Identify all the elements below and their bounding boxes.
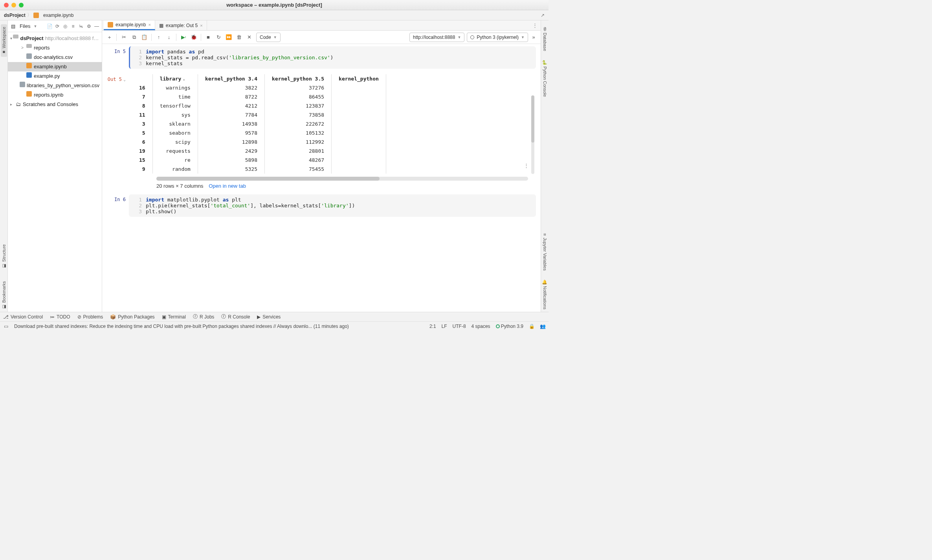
- table-row[interactable]: 8tensorflow4212123837: [132, 101, 386, 110]
- project-scope-dropdown-icon[interactable]: ▼: [33, 24, 37, 28]
- project-tree[interactable]: ▾ dsProject http://localhost:8888 from /…: [8, 32, 102, 312]
- ipynb-icon: [26, 63, 32, 68]
- refresh-icon[interactable]: ⟳: [55, 24, 60, 29]
- table-horizontal-scrollbar[interactable]: [156, 177, 528, 181]
- status-indent[interactable]: 4 spaces: [472, 324, 490, 329]
- python-console-tab[interactable]: 🐍Python Console: [541, 57, 548, 99]
- status-lock-icon[interactable]: 🔒: [529, 324, 534, 329]
- cell-type-select[interactable]: Code▼: [256, 33, 281, 42]
- table-row[interactable]: 16warnings382237276: [132, 83, 386, 92]
- debug-cell-icon[interactable]: 🐞: [189, 33, 198, 42]
- database-tab[interactable]: 🛢Database: [542, 24, 548, 53]
- tree-item-libraries_by_python_version-csv[interactable]: libraries_by_python_version.csv: [8, 81, 102, 90]
- column-header[interactable]: kernel_python 3.4: [198, 74, 264, 83]
- tree-item-example-py[interactable]: example.py: [8, 71, 102, 81]
- column-header[interactable]: kernel_python: [332, 74, 386, 83]
- table-row[interactable]: 19requests242928801: [132, 146, 386, 156]
- toolwindow-services[interactable]: ▶Services: [257, 313, 281, 320]
- column-header[interactable]: kernel_python 3.5: [265, 74, 332, 83]
- scratches-node[interactable]: ▸ 🗂 Scratches and Consoles: [8, 100, 102, 109]
- code-editor[interactable]: 1import pandas as pd2kernel_stats = pd.r…: [129, 46, 536, 69]
- project-scope-icon[interactable]: ▤: [10, 24, 16, 29]
- structure-tab[interactable]: ◧Structure: [0, 242, 7, 271]
- toolwindow-r-console[interactable]: ⓡR Console: [221, 313, 250, 320]
- collapse-output-icon[interactable]: ⌄: [123, 77, 126, 82]
- breadcrumb-file[interactable]: example.ipynb: [33, 13, 74, 18]
- close-window-icon[interactable]: [4, 3, 9, 7]
- table-row[interactable]: 6scipy12898112992: [132, 137, 386, 146]
- editor-tab-example-ipynb[interactable]: example.ipynb×: [104, 20, 155, 30]
- close-tab-icon[interactable]: ×: [148, 22, 150, 27]
- table-row[interactable]: 15re589848267: [132, 156, 386, 165]
- clear-outputs-icon[interactable]: ✕: [244, 33, 254, 42]
- copy-icon[interactable]: ⧉: [129, 33, 139, 42]
- notifications-tab[interactable]: 🔔Notifications: [541, 277, 548, 312]
- collapse-all-icon[interactable]: ≒: [78, 24, 84, 29]
- add-cell-icon[interactable]: ＋: [105, 33, 114, 42]
- table-row[interactable]: 5seaborn9578105132: [132, 128, 386, 137]
- cut-icon[interactable]: ✂: [119, 33, 128, 42]
- toolwindow-version-control[interactable]: ⎇Version Control: [3, 313, 43, 320]
- table-row[interactable]: 11sys778473858: [132, 110, 386, 119]
- cell-in-6[interactable]: In 6 1import matplotlib.pyplot as plt2pl…: [107, 194, 536, 217]
- run-cell-icon[interactable]: ▶I: [179, 33, 188, 42]
- editor-tabs-menu-icon[interactable]: ⋮: [529, 20, 541, 30]
- target-icon[interactable]: ◎: [62, 24, 68, 29]
- hide-pane-icon[interactable]: —: [94, 24, 99, 29]
- cell-in-5[interactable]: In 5 1import pandas as pd2kernel_stats =…: [107, 46, 536, 69]
- breadcrumb-separator-icon: 〉: [27, 12, 32, 18]
- run-all-icon[interactable]: ⏩: [224, 33, 233, 42]
- toolwindow-r-jobs[interactable]: ⓡR Jobs: [193, 313, 214, 320]
- minimize-window-icon[interactable]: [11, 3, 16, 7]
- column-header[interactable]: library▴: [152, 74, 198, 83]
- tree-item-reports[interactable]: >reports: [8, 43, 102, 53]
- toolwindow-problems[interactable]: ⊘Problems: [77, 313, 103, 320]
- status-person-icon[interactable]: 👥: [540, 324, 545, 329]
- status-message[interactable]: Download pre-built shared indexes: Reduc…: [14, 324, 424, 329]
- status-window-icon[interactable]: ▭: [3, 324, 9, 329]
- notebook-body[interactable]: ✔ In 5 1import pandas as pd2kernel_stats…: [102, 44, 541, 312]
- editor-tab-example-Out-5[interactable]: ▦example: Out 5×: [155, 20, 207, 30]
- table-vertical-scrollbar[interactable]: [531, 95, 534, 174]
- toolwindow-python-packages[interactable]: 📦Python Packages: [110, 313, 154, 320]
- jupyter-variables-tab[interactable]: ≡Jupyter Variables: [542, 231, 548, 273]
- server-url-select[interactable]: http://localhost:8888▼: [409, 33, 464, 42]
- project-header: ▤ Files ▼ 📄 ⟳ ◎ ≡ ≒ ⚙ —: [8, 20, 102, 32]
- stop-icon[interactable]: ■: [204, 33, 213, 42]
- zoom-window-icon[interactable]: [19, 3, 24, 7]
- delete-cell-icon[interactable]: 🗑: [234, 33, 244, 42]
- output-dataframe-table[interactable]: library▴kernel_python 3.4kernel_python 3…: [132, 74, 386, 174]
- workspace-tab[interactable]: ■Workspace: [1, 24, 7, 57]
- table-row[interactable]: 7time872286455: [132, 92, 386, 101]
- close-tab-icon[interactable]: ×: [200, 23, 202, 28]
- project-root[interactable]: ▾ dsProject http://localhost:8888 from /…: [8, 34, 102, 43]
- toolwindow-terminal[interactable]: ▣Terminal: [162, 313, 186, 320]
- paste-icon[interactable]: 📋: [139, 33, 149, 42]
- settings-gear-icon[interactable]: ⚙: [86, 24, 92, 29]
- open-in-new-tab-link[interactable]: Open in new tab: [209, 183, 246, 189]
- restart-icon[interactable]: ↻: [214, 33, 223, 42]
- expand-all-icon[interactable]: ≡: [70, 24, 76, 29]
- status-eol[interactable]: LF: [442, 324, 447, 329]
- tree-item-doc-analytics-csv[interactable]: doc-analytics.csv: [8, 53, 102, 62]
- breadcrumb-root[interactable]: dsProject: [4, 13, 26, 18]
- open-in-editor-icon[interactable]: ↗: [541, 13, 545, 18]
- new-file-icon[interactable]: 📄: [47, 24, 52, 29]
- toolwindow-todo[interactable]: ≔TODO: [50, 313, 70, 320]
- status-position[interactable]: 2:1: [429, 324, 436, 329]
- table-row[interactable]: 9random532575455: [132, 165, 386, 174]
- table-options-icon[interactable]: ⋮: [524, 163, 529, 168]
- status-interpreter[interactable]: Python 3.9: [496, 324, 523, 329]
- kernel-select[interactable]: Python 3 (ipykernel)▼: [467, 33, 528, 42]
- column-header[interactable]: [132, 74, 152, 83]
- move-down-icon[interactable]: ↓: [164, 33, 174, 42]
- status-encoding[interactable]: UTF-8: [453, 324, 466, 329]
- project-scope-label[interactable]: Files: [20, 23, 30, 29]
- table-row[interactable]: 3sklearn14938222672: [132, 119, 386, 128]
- bookmarks-tab[interactable]: ◧Bookmarks: [0, 279, 7, 312]
- tree-item-example-ipynb[interactable]: example.ipynb: [8, 62, 102, 71]
- code-editor[interactable]: 1import matplotlib.pyplot as plt2plt.pie…: [129, 194, 536, 217]
- tree-item-reports-ipynb[interactable]: reports.ipynb: [8, 90, 102, 100]
- more-toolbar-icon[interactable]: »: [529, 33, 538, 42]
- move-up-icon[interactable]: ↑: [154, 33, 163, 42]
